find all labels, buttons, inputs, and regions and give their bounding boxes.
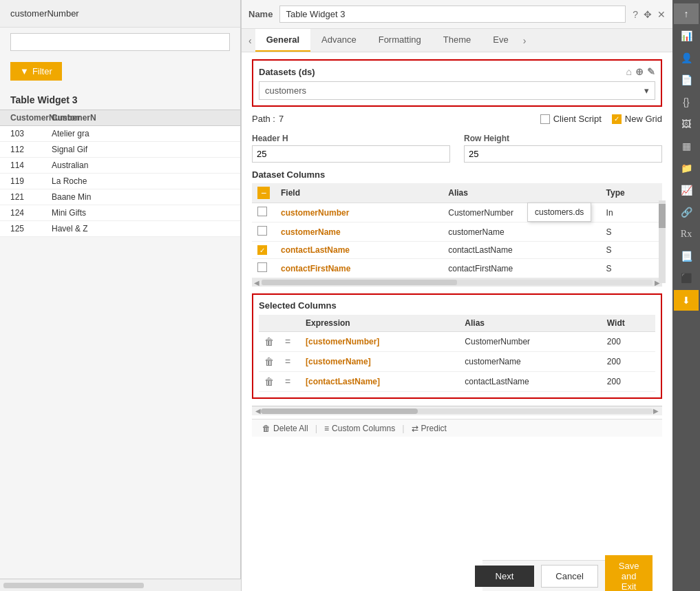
client-script-checkbox[interactable] xyxy=(540,114,550,124)
col-header-alias: Alias xyxy=(443,183,600,203)
col-type-0: In xyxy=(601,203,662,222)
delete-row-0-icon[interactable]: 🗑 xyxy=(264,336,274,347)
dialog-action-icons: ? ✥ ✕ xyxy=(633,9,666,20)
sel-header-expression: Expression xyxy=(300,315,459,332)
left-panel-header: customerNumber xyxy=(0,0,240,28)
header-height-group: Header H xyxy=(252,134,450,163)
col-field-2: contactLastName xyxy=(275,242,443,259)
col-checkbox-3[interactable] xyxy=(257,262,267,272)
hscroll-left-arrow[interactable]: ◀ xyxy=(254,279,259,287)
datasets-label-left: Datasets (ds) xyxy=(259,67,315,77)
col-alias-3: contactFirstName xyxy=(443,259,600,278)
toolbar-icon-image[interactable]: 🖼 xyxy=(674,114,699,134)
new-grid-checkbox[interactable]: ✓ xyxy=(612,114,622,124)
edit-icon[interactable]: ✎ xyxy=(647,66,655,77)
header-height-input[interactable] xyxy=(252,145,450,163)
path-value: 7 xyxy=(279,114,284,124)
tab-formatting[interactable]: Formatting xyxy=(368,29,432,52)
deselect-all-button[interactable]: − xyxy=(257,187,270,199)
sel-header-eq xyxy=(279,315,300,332)
dropdown-arrow-icon: ▾ xyxy=(644,85,649,96)
col-type-1: S xyxy=(601,222,662,242)
tab-advance[interactable]: Advance xyxy=(310,29,368,52)
toolbar-icon-table[interactable]: ▦ xyxy=(674,136,699,156)
toolbar-icon-download[interactable]: ⬇ xyxy=(674,290,699,311)
selected-row: 🗑 = [customerNumber] CustomerNumber 200 xyxy=(259,332,655,352)
custom-columns-action[interactable]: ≡ Custom Columns xyxy=(324,424,395,433)
toolbar-icon-graph[interactable]: 📈 xyxy=(674,180,699,200)
client-script-checkbox-item: Client Script xyxy=(540,114,602,124)
tooltip-text: customers.ds xyxy=(535,207,584,217)
help-icon[interactable]: ? xyxy=(633,9,638,20)
datasets-icons: ⌂ ⊕ ✎ xyxy=(626,66,655,77)
delete-row-2-icon[interactable]: 🗑 xyxy=(264,376,274,387)
path-checkbox-row: Path : 7 Client Script ✓ New Grid xyxy=(252,114,662,129)
toolbar-icon-user[interactable]: 👤 xyxy=(674,48,699,68)
name-label: Name xyxy=(248,9,273,19)
sel-hscroll-right-arrow[interactable]: ▶ xyxy=(653,407,659,415)
table-area: CustomerNumber CustomerN 103Atelier gra … xyxy=(0,110,240,237)
home-icon[interactable]: ⌂ xyxy=(626,66,632,77)
sel-header-width: Widt xyxy=(602,315,655,332)
move-icon[interactable]: ✥ xyxy=(644,9,652,20)
toolbar-icon-rx[interactable]: Rx xyxy=(674,224,699,245)
bottom-actions: 🗑 Delete All | ≡ Custom Columns | ⇄ Pred… xyxy=(252,419,662,437)
toolbar-icon-up[interactable]: ↑ xyxy=(674,3,699,24)
col-header-check: − xyxy=(252,183,275,203)
column-row: customerName customerName S xyxy=(252,222,662,242)
selected-columns-title: Selected Columns xyxy=(259,300,655,311)
dialog-title-input[interactable] xyxy=(279,6,626,23)
header-height-label: Header H xyxy=(252,134,450,143)
next-button[interactable]: Next xyxy=(475,566,535,587)
predict-action[interactable]: ⇄ Predict xyxy=(412,424,447,433)
table-row: 103Atelier gra xyxy=(0,126,240,142)
cancel-button[interactable]: Cancel xyxy=(541,565,597,588)
search-input[interactable] xyxy=(10,33,230,51)
selected-columns-section: Selected Columns Expression Alias Widt 🗑… xyxy=(252,293,662,399)
dataset-dropdown[interactable]: customers ▾ xyxy=(259,81,655,100)
datasets-label-row: Datasets (ds) ⌂ ⊕ ✎ xyxy=(259,66,655,77)
sel-hscroll-left-arrow[interactable]: ◀ xyxy=(255,407,261,415)
tab-eve[interactable]: Eve xyxy=(482,29,519,52)
tab-theme[interactable]: Theme xyxy=(432,29,482,52)
toolbar-icon-link[interactable]: 🔗 xyxy=(674,202,699,222)
toolbar-icon-layers[interactable]: ⬛ xyxy=(674,268,699,289)
filter-button[interactable]: ▼ Filter xyxy=(10,62,62,81)
sel-alias-1: customerName xyxy=(459,352,601,372)
reorder-row-1-icon[interactable]: = xyxy=(285,356,290,367)
col-checkbox-2[interactable]: ✓ xyxy=(257,245,267,255)
add-icon[interactable]: ⊕ xyxy=(635,66,644,77)
col-alias-2: contactLastName xyxy=(443,242,600,259)
col-checkbox-0[interactable] xyxy=(257,207,267,216)
hscroll-track xyxy=(262,280,653,285)
tab-general[interactable]: General xyxy=(255,29,310,52)
filter-label: Filter xyxy=(32,66,52,76)
toolbar-icon-doc[interactable]: 📄 xyxy=(674,70,699,90)
toolbar-icon-folder[interactable]: 📁 xyxy=(674,158,699,178)
save-exit-button[interactable]: Save and Exit xyxy=(605,555,653,592)
row-height-label: Row Height xyxy=(464,134,662,143)
col-checkbox-1[interactable] xyxy=(257,226,267,236)
delete-row-1-icon[interactable]: 🗑 xyxy=(264,356,274,367)
close-icon[interactable]: ✕ xyxy=(657,9,666,20)
toolbar-icon-code[interactable]: {} xyxy=(674,92,699,112)
table-row: 125Havel & Z xyxy=(0,221,240,237)
sel-expression-0: [customerNumber] xyxy=(300,332,459,352)
toolbar-icon-chart[interactable]: 📊 xyxy=(674,25,699,46)
sel-hscroll-thumb xyxy=(261,408,418,414)
toolbar-icon-list[interactable]: 📃 xyxy=(674,246,699,267)
selected-columns-table: Expression Alias Widt 🗑 = [customerNumbe… xyxy=(259,315,655,392)
right-toolbar: ↑ 📊 👤 📄 {} 🖼 ▦ 📁 📈 🔗 Rx 📃 ⬛ ⬇ xyxy=(672,0,700,591)
row-height-input[interactable] xyxy=(464,145,662,163)
col2-header: CustomerN xyxy=(52,113,230,123)
filter-icon: ▼ xyxy=(20,66,29,76)
reorder-row-2-icon[interactable]: = xyxy=(285,376,290,387)
reorder-row-0-icon[interactable]: = xyxy=(285,336,290,347)
columns-table: − Field Alias Type customerNumber Custom… xyxy=(252,183,662,278)
delete-all-action[interactable]: 🗑 Delete All xyxy=(262,424,308,433)
tab-prev-arrow[interactable]: ‹ xyxy=(245,30,255,52)
tab-next-arrow[interactable]: › xyxy=(520,30,530,52)
tabs-bar: ‹ General Advance Formatting Theme Eve › xyxy=(242,29,672,52)
row-height-group: Row Height xyxy=(464,134,662,163)
tooltip: customers.ds xyxy=(527,203,591,222)
